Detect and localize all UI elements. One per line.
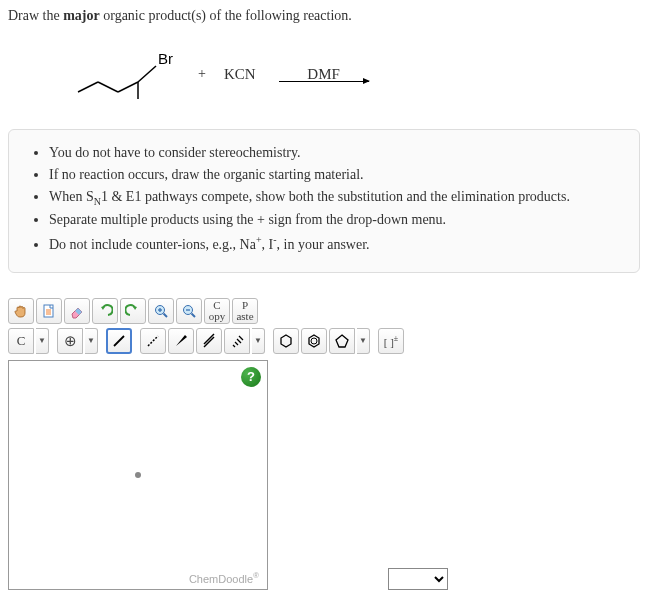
- product-count-selector: [388, 568, 448, 590]
- hint-item: Separate multiple products using the + s…: [49, 211, 621, 230]
- chemdoodle-editor: Copy Paste C ▼ ⊕ ▼ ▼ ▼ [ ]± ? ChemDoodle…: [8, 298, 640, 590]
- hand-tool-button[interactable]: [8, 298, 34, 324]
- svg-line-22: [235, 342, 238, 345]
- hash-bond-dropdown[interactable]: ▼: [252, 328, 265, 354]
- question-prefix: Draw the: [8, 8, 63, 23]
- zoom-in-button[interactable]: [148, 298, 174, 324]
- svg-rect-5: [44, 305, 53, 317]
- hints-panel: You do not have to consider stereochemis…: [8, 129, 640, 273]
- zoom-out-button[interactable]: [176, 298, 202, 324]
- drawing-canvas[interactable]: ? ChemDoodle®: [8, 360, 268, 590]
- hint-item: You do not have to consider stereochemis…: [49, 144, 621, 163]
- paste-button[interactable]: Paste: [232, 298, 258, 324]
- reagent-label: KCN: [224, 66, 256, 83]
- svg-marker-18: [176, 335, 187, 346]
- dashed-bond-button[interactable]: [140, 328, 166, 354]
- element-dropdown[interactable]: ▼: [36, 328, 49, 354]
- starting-material-structure: Br: [68, 44, 188, 104]
- wedge-bond-button[interactable]: [168, 328, 194, 354]
- svg-line-17: [148, 336, 158, 346]
- pentagon-button[interactable]: [329, 328, 355, 354]
- charge-button[interactable]: [ ]±: [378, 328, 404, 354]
- canvas-origin-dot: [135, 472, 141, 478]
- add-atom-button[interactable]: ⊕: [57, 328, 83, 354]
- canvas-help-button[interactable]: ?: [241, 367, 261, 387]
- product-count-select[interactable]: [388, 568, 448, 590]
- double-bond-button[interactable]: [196, 328, 222, 354]
- svg-line-14: [192, 313, 196, 317]
- new-document-button[interactable]: [36, 298, 62, 324]
- solid-bond-button[interactable]: [106, 328, 132, 354]
- undo-button[interactable]: [92, 298, 118, 324]
- svg-line-0: [78, 82, 98, 92]
- plus-sign: +: [198, 66, 206, 82]
- reaction-arrow: DMF: [279, 66, 369, 82]
- benzene-button[interactable]: [301, 328, 327, 354]
- svg-line-2: [118, 82, 138, 92]
- svg-line-16: [114, 336, 124, 346]
- svg-line-21: [233, 345, 235, 347]
- hexagon-button[interactable]: [273, 328, 299, 354]
- redo-button[interactable]: [120, 298, 146, 324]
- svg-line-1: [98, 82, 118, 92]
- reaction-scheme: Br + KCN DMF: [8, 34, 640, 114]
- pentagon-dropdown[interactable]: ▼: [357, 328, 370, 354]
- add-atom-dropdown[interactable]: ▼: [85, 328, 98, 354]
- question-prompt: Draw the major organic product(s) of the…: [8, 8, 640, 24]
- hint-item: Do not include counter-ions, e.g., Na+, …: [49, 233, 621, 255]
- chemdoodle-brand: ChemDoodle®: [189, 571, 259, 585]
- question-bold: major: [63, 8, 100, 23]
- br-label: Br: [158, 50, 173, 67]
- hint-item: If no reaction occurs, draw the organic …: [49, 166, 621, 185]
- svg-point-27: [311, 338, 317, 344]
- svg-line-23: [237, 339, 241, 343]
- element-button[interactable]: C: [8, 328, 34, 354]
- svg-line-4: [138, 66, 156, 82]
- hints-list: You do not have to consider stereochemis…: [27, 144, 621, 255]
- svg-marker-28: [336, 335, 348, 347]
- eraser-button[interactable]: [64, 298, 90, 324]
- hash-bond-button[interactable]: [224, 328, 250, 354]
- svg-line-10: [164, 313, 168, 317]
- toolbar-row-2: C ▼ ⊕ ▼ ▼ ▼ [ ]±: [8, 328, 640, 354]
- arrow-line: [279, 81, 369, 82]
- svg-marker-25: [281, 335, 291, 347]
- toolbar-row-1: Copy Paste: [8, 298, 640, 324]
- copy-button[interactable]: Copy: [204, 298, 230, 324]
- svg-line-24: [239, 336, 243, 340]
- question-suffix: organic product(s) of the following reac…: [100, 8, 352, 23]
- hint-item: When SN1 & E1 pathways compete, show bot…: [49, 188, 621, 208]
